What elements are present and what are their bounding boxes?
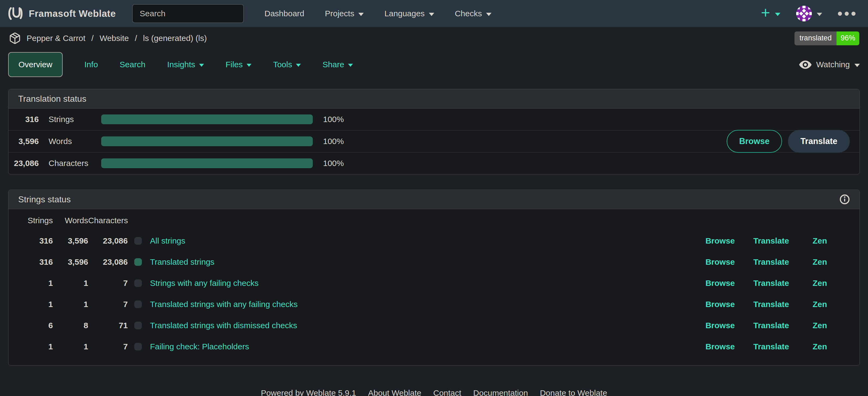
strings-status-panel: Strings status StringsWordsCharacters 31… <box>8 190 860 366</box>
metric-value: 23,086 <box>8 159 39 168</box>
progress-bar <box>101 136 313 146</box>
brand-title: Framasoft Weblate <box>29 8 116 19</box>
eye-icon <box>799 60 812 69</box>
footer: Powered by Weblate 5.9.1About WeblateCon… <box>0 388 868 396</box>
progress-bar <box>101 115 313 124</box>
translate-link[interactable]: Translate <box>735 279 789 288</box>
strings-filter-link[interactable]: All strings <box>150 236 185 245</box>
state-swatch <box>134 279 142 287</box>
overflow-menu-button[interactable] <box>838 12 856 16</box>
characters-count: 23,086 <box>88 257 128 267</box>
row-actions: BrowseTranslateZen <box>694 300 827 309</box>
strings-filter-link[interactable]: Translated strings with dismissed checks <box>150 321 297 330</box>
nav-link-label: Projects <box>325 9 354 18</box>
translate-link[interactable]: Translate <box>735 342 789 351</box>
strings-count: 1 <box>18 342 53 351</box>
browse-button[interactable]: Browse <box>727 130 782 153</box>
strings-status-row: 6871Translated strings with dismissed ch… <box>8 315 860 336</box>
strings-status-row: 117Failing check: PlaceholdersBrowseTran… <box>8 336 860 357</box>
tab-files[interactable]: Files <box>226 60 251 69</box>
watching-button[interactable]: Watching <box>799 60 860 69</box>
progress-bar-fill <box>101 136 313 146</box>
brand[interactable]: Framasoft Weblate <box>8 6 116 21</box>
translate-link[interactable]: Translate <box>735 300 789 309</box>
zen-link[interactable]: Zen <box>789 257 827 267</box>
nav-link-languages[interactable]: Languages <box>384 9 434 18</box>
translation-actions: Browse Translate <box>727 130 850 153</box>
browse-link[interactable]: Browse <box>694 321 735 330</box>
tab-insights[interactable]: Insights <box>167 60 204 69</box>
strings-status-body: StringsWordsCharacters 3163,59623,086All… <box>8 209 860 365</box>
tab-label: Tools <box>273 60 292 69</box>
translation-status-panel: Translation status 316Strings100%3,596Wo… <box>8 89 860 174</box>
chevron-down-icon <box>358 13 364 16</box>
nav-link-checks[interactable]: Checks <box>455 9 492 18</box>
tabs: OverviewInfoSearchInsightsFilesToolsShar… <box>8 52 353 77</box>
tab-overview[interactable]: Overview <box>8 52 63 77</box>
nav-link-projects[interactable]: Projects <box>325 9 364 18</box>
chevron-down-icon <box>296 64 301 67</box>
tab-label: Files <box>226 60 243 69</box>
translation-status-header: Translation status <box>8 89 860 109</box>
state-swatch <box>134 322 142 329</box>
nav-link-label: Dashboard <box>265 9 304 18</box>
info-icon[interactable] <box>839 194 850 205</box>
translation-status-row: 316Strings100% <box>8 109 860 130</box>
footer-link-documentation[interactable]: Documentation <box>473 388 528 396</box>
translate-link[interactable]: Translate <box>735 236 789 245</box>
tabbar: OverviewInfoSearchInsightsFilesToolsShar… <box>0 52 868 77</box>
zen-link[interactable]: Zen <box>789 321 827 330</box>
footer-link-donate-to-weblate[interactable]: Donate to Weblate <box>540 388 607 396</box>
tab-info[interactable]: Info <box>84 60 98 69</box>
state-swatch <box>134 258 142 266</box>
strings-rows: 3163,59623,086All stringsBrowseTranslate… <box>8 230 860 357</box>
translate-link[interactable]: Translate <box>735 257 789 267</box>
badge-label: translated <box>795 31 837 45</box>
zen-link[interactable]: Zen <box>789 342 827 351</box>
strings-filter-link[interactable]: Translated strings with any failing chec… <box>150 300 298 309</box>
strings-count: 6 <box>18 321 53 330</box>
chevron-down-icon <box>486 13 492 16</box>
breadcrumb-bar: Pepper & Carrot/Website/ls (generated) (… <box>0 27 868 49</box>
strings-status-row: 117Strings with any failing checksBrowse… <box>8 273 860 294</box>
chevron-down-icon <box>348 64 353 67</box>
row-actions: BrowseTranslateZen <box>694 279 827 288</box>
state-swatch <box>134 301 142 308</box>
strings-status-header: Strings status <box>8 190 860 209</box>
search-input[interactable] <box>132 4 244 23</box>
user-menu-button[interactable] <box>796 6 822 22</box>
strings-count: 1 <box>18 300 53 309</box>
add-menu-button[interactable]: + <box>761 7 780 20</box>
translation-status-body: 316Strings100%3,596Words100%23,086Charac… <box>8 109 860 174</box>
footer-link-about-weblate[interactable]: About Weblate <box>368 388 421 396</box>
column-header-characters: Characters <box>88 216 128 225</box>
zen-link[interactable]: Zen <box>789 236 827 245</box>
tab-share[interactable]: Share <box>322 60 353 69</box>
browse-link[interactable]: Browse <box>694 257 735 267</box>
browse-link[interactable]: Browse <box>694 300 735 309</box>
strings-count: 316 <box>18 257 53 267</box>
strings-filter-link[interactable]: Strings with any failing checks <box>150 279 258 288</box>
strings-filter-link[interactable]: Translated strings <box>150 257 214 267</box>
browse-link[interactable]: Browse <box>694 342 735 351</box>
chevron-down-icon <box>775 13 780 16</box>
tab-tools[interactable]: Tools <box>273 60 301 69</box>
footer-link-contact[interactable]: Contact <box>433 388 461 396</box>
nav-links: DashboardProjectsLanguagesChecks <box>265 9 492 18</box>
breadcrumb-separator: / <box>91 34 94 43</box>
strings-filter-link[interactable]: Failing check: Placeholders <box>150 342 249 351</box>
nav-link-dashboard[interactable]: Dashboard <box>265 9 304 18</box>
breadcrumb-item-website[interactable]: Website <box>99 34 129 43</box>
browse-link[interactable]: Browse <box>694 279 735 288</box>
breadcrumb-item-pepper-carrot[interactable]: Pepper & Carrot <box>27 34 86 43</box>
zen-link[interactable]: Zen <box>789 279 827 288</box>
breadcrumb: Pepper & Carrot/Website/ls (generated) (… <box>27 34 207 43</box>
translate-button[interactable]: Translate <box>788 130 850 153</box>
tab-search[interactable]: Search <box>120 60 145 69</box>
browse-link[interactable]: Browse <box>694 236 735 245</box>
translate-link[interactable]: Translate <box>735 321 789 330</box>
characters-count: 7 <box>88 279 128 288</box>
zen-link[interactable]: Zen <box>789 300 827 309</box>
breadcrumb-item-ls-generated-ls[interactable]: ls (generated) (ls) <box>143 34 207 43</box>
metric-value: 3,596 <box>8 137 39 146</box>
